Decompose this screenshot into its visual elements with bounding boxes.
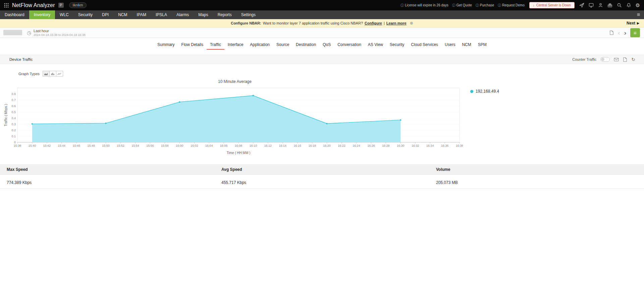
device-traffic-section-bar: Device Traffic Counter Traffic ↻ — [0, 55, 644, 64]
next-label: Next — [627, 21, 635, 26]
tab[interactable]: Destination — [292, 41, 319, 50]
tab[interactable]: Source — [273, 41, 292, 50]
tab[interactable]: QoS — [319, 41, 334, 50]
refresh-icon[interactable]: ↻ — [631, 57, 635, 62]
svg-text:15:42: 15:42 — [43, 144, 51, 147]
search-icon[interactable] — [617, 3, 622, 8]
nav-item[interactable]: IPAM — [132, 10, 151, 19]
learn-more-link[interactable]: Learn more — [386, 21, 407, 25]
nav-item[interactable]: IPSLA — [151, 10, 172, 19]
svg-text:0: 0 — [14, 141, 16, 144]
down-arrow-icon: ↓ — [533, 3, 535, 7]
export-pdf-icon[interactable] — [609, 30, 614, 35]
time-period-selector[interactable]: ◷ Last hour 2024-04-18 15:38 to 2024-04-… — [27, 29, 86, 37]
tab[interactable]: Flow Details — [178, 41, 207, 50]
svg-text:16:06: 16:06 — [220, 144, 228, 147]
prev-device-icon[interactable]: ‹ — [618, 30, 620, 36]
status-link[interactable]: ⓘ Request Demo — [498, 3, 525, 8]
status-link[interactable]: ⓘ License will expire in 26 days — [400, 3, 448, 8]
bar-chart-button[interactable] — [49, 71, 56, 77]
notification-bell-icon[interactable] — [626, 3, 631, 8]
nav-item[interactable]: NCM — [113, 10, 132, 19]
device-menu-button[interactable]: ≡ — [630, 28, 640, 37]
svg-text:16:14: 16:14 — [279, 144, 287, 147]
svg-text:16:20: 16:20 — [323, 144, 331, 147]
next-button[interactable]: Next ▶ — [627, 19, 639, 27]
tab[interactable]: AS View — [365, 41, 386, 50]
screen-share-icon[interactable] — [589, 3, 594, 8]
nav-item[interactable]: DPI — [97, 10, 113, 19]
counter-traffic-toggle[interactable] — [600, 57, 610, 62]
nav-item[interactable]: Inventory — [29, 10, 55, 19]
close-icon[interactable]: ⊗ — [410, 21, 413, 26]
tab[interactable]: Users — [441, 41, 459, 50]
nav-item-label: DPI — [102, 12, 109, 17]
topbar-icons: ⚙ — [579, 3, 640, 8]
banner-separator: | — [384, 21, 385, 25]
nav-items: Dashboard Inventory WLC Security DPI NCM — [0, 10, 260, 19]
send-icon[interactable] — [579, 3, 584, 8]
legend-dot-icon — [470, 90, 473, 93]
chart-title: 10 Minute Average — [3, 79, 466, 84]
app-title: NetFlow Analyzer — [12, 2, 55, 8]
tab[interactable]: Summary — [154, 41, 178, 50]
nav-item[interactable]: Maps — [194, 10, 213, 19]
nav-item[interactable]: Alarms — [172, 10, 194, 19]
settings-gear-icon[interactable]: ⚙ — [636, 3, 640, 8]
tab[interactable]: Application — [247, 41, 273, 50]
tab[interactable]: SPM — [475, 41, 490, 50]
svg-text:0.2: 0.2 — [11, 129, 16, 132]
status-link[interactable]: ⓘ Get Quote — [452, 3, 472, 8]
svg-text:15:40: 15:40 — [29, 144, 36, 147]
next-device-icon[interactable]: › — [624, 30, 626, 36]
tab[interactable]: Cloud Services — [408, 41, 441, 50]
banner-title: Configure NBAR: — [231, 21, 261, 25]
gift-icon[interactable] — [607, 3, 612, 8]
nav-item[interactable]: WLC — [55, 10, 73, 19]
svg-text:15:50: 15:50 — [102, 144, 110, 147]
max-speed-value: 774.389 Kbps — [0, 175, 215, 189]
time-range-label[interactable]: Last hour — [34, 29, 86, 33]
pdf-export-icon[interactable] — [623, 57, 627, 62]
status-link-label: Get Quote — [457, 3, 472, 7]
svg-text:15:58: 15:58 — [161, 144, 169, 147]
status-link[interactable]: ⓘ Purchase — [476, 3, 494, 8]
svg-text:16:08: 16:08 — [235, 144, 243, 147]
email-icon[interactable] — [614, 58, 619, 61]
svg-text:15:46: 15:46 — [72, 144, 80, 147]
tab-label: Summary — [157, 42, 174, 47]
nav-item[interactable]: Dashboard — [0, 10, 29, 19]
area-chart-button[interactable] — [43, 71, 50, 77]
apps-grid-icon[interactable] — [4, 3, 9, 8]
svg-text:16:30: 16:30 — [397, 144, 405, 147]
view-tabs: Summary Flow Details Traffic Interface A… — [0, 38, 644, 50]
table-header: Avg Speed — [215, 165, 429, 175]
tab[interactable]: Interface — [224, 41, 247, 50]
svg-text:0.3: 0.3 — [11, 123, 16, 126]
central-server-down-button[interactable]: ↓ Central Server is Down — [529, 2, 575, 8]
tab-label: Destination — [296, 42, 316, 47]
configure-link[interactable]: Configure — [365, 21, 382, 25]
nav-item-label: Alarms — [176, 12, 189, 17]
tab[interactable]: Traffic — [207, 41, 224, 50]
counter-traffic-label: Counter Traffic — [572, 57, 596, 61]
nav-menu-icon[interactable]: ≡ — [637, 12, 640, 18]
tab[interactable]: Conversation — [334, 41, 365, 50]
chart-legend[interactable]: 192.168.49.4 — [470, 89, 499, 94]
tab-label: Security — [390, 42, 404, 47]
tab-label: Users — [445, 42, 455, 47]
tab[interactable]: Security — [386, 41, 408, 50]
svg-text:15:54: 15:54 — [131, 144, 139, 147]
tab[interactable]: NCM — [459, 41, 474, 50]
device-name-placeholder[interactable] — [3, 30, 22, 35]
svg-text:0.8: 0.8 — [11, 92, 16, 96]
svg-text:15:38: 15:38 — [14, 144, 21, 147]
user-activity-icon[interactable] — [598, 3, 603, 8]
chart-wrap: 10 Minute Average 00.10.20.30.40.50.60.7… — [3, 79, 466, 156]
user-tag[interactable]: liknlkm — [69, 2, 87, 8]
nav-item[interactable]: Reports — [213, 10, 236, 19]
nav-item-label: Security — [78, 12, 93, 17]
nav-item[interactable]: Security — [73, 10, 97, 19]
nav-item[interactable]: Settings — [236, 10, 260, 19]
line-chart-button[interactable] — [56, 71, 63, 77]
